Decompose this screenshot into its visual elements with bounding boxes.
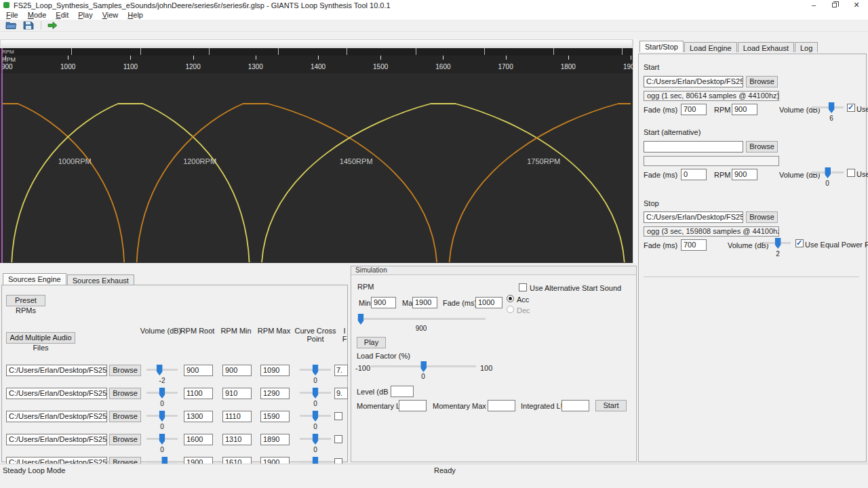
- stop-path-field[interactable]: C:/Users/Erlan/Desktop/FS25_Loop_Synt: [644, 211, 743, 223]
- start-alt-rpm-field[interactable]: 900: [732, 169, 757, 180]
- rpm-max-field[interactable]: 1090: [260, 365, 290, 376]
- stop-volume-slider[interactable]: [764, 238, 791, 249]
- rpm-root-field[interactable]: 1600: [184, 434, 213, 445]
- volume-slider[interactable]: [146, 388, 178, 399]
- save-file-icon[interactable]: [22, 21, 34, 30]
- browse-button[interactable]: Browse: [109, 388, 141, 399]
- tab-log[interactable]: Log: [795, 42, 818, 52]
- tab-sources-exhaust[interactable]: Sources Exhaust: [67, 274, 134, 285]
- source-path-field[interactable]: C:/Users/Erlan/Desktop/FS25_Loop_Synt: [6, 365, 107, 376]
- slider-thumb[interactable]: [775, 238, 781, 249]
- restore-button[interactable]: [825, 0, 845, 10]
- source-path-field[interactable]: C:/Users/Erlan/Desktop/FS25_Loop_Synt: [6, 434, 107, 445]
- momentary-lufs-field[interactable]: [399, 400, 427, 411]
- rpm-max-field[interactable]: 1290: [260, 388, 290, 399]
- menu-mode[interactable]: Mode: [24, 11, 53, 19]
- volume-slider[interactable]: [146, 365, 178, 375]
- slider-thumb[interactable]: [159, 388, 165, 399]
- use-alternative-start-sound-checkbox[interactable]: [519, 283, 527, 291]
- slider-thumb[interactable]: [420, 361, 427, 372]
- chart-horizontal-scrollbar[interactable]: [0, 39, 633, 47]
- start-path-field[interactable]: C:/Users/Erlan/Desktop/FS25_Loop_Synt: [644, 76, 743, 87]
- slider-thumb[interactable]: [159, 411, 165, 422]
- rpm-min-field[interactable]: 1110: [222, 411, 252, 422]
- start-alt-path-field[interactable]: [644, 141, 743, 152]
- start-volume-slider[interactable]: [812, 102, 844, 113]
- extra-checkbox[interactable]: [334, 435, 342, 443]
- menu-edit[interactable]: Edit: [52, 11, 75, 19]
- rpm-ruler[interactable]: RPM 900100011001200130014001500160017001…: [0, 56, 633, 73]
- menu-play[interactable]: Play: [75, 11, 98, 19]
- slider-thumb[interactable]: [313, 434, 319, 445]
- load-factor-slider[interactable]: [371, 361, 476, 372]
- tab-start-stop[interactable]: Start/Stop: [639, 41, 684, 52]
- add-multiple-audio-files-button[interactable]: Add Multiple Audio Files: [6, 332, 75, 344]
- menu-file[interactable]: File: [3, 11, 24, 19]
- tab-load-engine[interactable]: Load Engine: [684, 42, 737, 52]
- rpm-max-input[interactable]: 1900: [412, 297, 437, 308]
- play-button[interactable]: Play: [357, 337, 386, 348]
- start-alt-use-checkbox[interactable]: [847, 169, 855, 177]
- curve-cross-point-slider[interactable]: [300, 434, 331, 445]
- slider-thumb[interactable]: [358, 314, 364, 325]
- clipped-extra-field[interactable]: 7.: [334, 365, 348, 376]
- fade-input[interactable]: 1000: [475, 297, 502, 308]
- browse-button[interactable]: Browse: [109, 434, 141, 445]
- volume-slider[interactable]: [146, 434, 178, 445]
- tab-load-exhaust[interactable]: Load Exhaust: [738, 42, 794, 52]
- stop-browse-button[interactable]: Browse: [746, 211, 778, 223]
- rpm-overview-ruler[interactable]: RPM: [0, 48, 633, 56]
- acc-radio[interactable]: [507, 295, 514, 302]
- clipped-extra-field[interactable]: 9.: [334, 388, 348, 399]
- rpm-min-field[interactable]: 900: [222, 365, 252, 376]
- curve-cross-point-slider[interactable]: [300, 365, 331, 375]
- slider-thumb[interactable]: [157, 365, 163, 375]
- menu-view[interactable]: View: [99, 11, 125, 19]
- browse-button[interactable]: Browse: [109, 365, 141, 376]
- source-path-field[interactable]: C:/Users/Erlan/Desktop/FS25_Loop_Synt: [6, 411, 107, 422]
- open-file-icon[interactable]: [5, 21, 17, 30]
- rpm-root-field[interactable]: 1100: [184, 388, 213, 399]
- rpm-min-field[interactable]: 1310: [222, 434, 252, 445]
- minimize-button[interactable]: –: [804, 0, 824, 10]
- tab-sources-engine[interactable]: Sources Engine: [3, 273, 66, 285]
- start-rpm-field[interactable]: 900: [732, 104, 757, 115]
- integrated-lufs-field[interactable]: [561, 400, 589, 411]
- stop-fade-field[interactable]: 700: [681, 239, 707, 251]
- slider-thumb[interactable]: [313, 411, 319, 422]
- envelope-plot-canvas[interactable]: 1000RPM1200RPM1450RPM1750RPM: [0, 73, 633, 263]
- slider-thumb[interactable]: [825, 167, 831, 178]
- start-use-checkbox[interactable]: [847, 104, 855, 112]
- extra-checkbox[interactable]: [334, 412, 342, 420]
- export-play-icon[interactable]: [47, 21, 58, 30]
- start-alt-fade-field[interactable]: 0: [681, 169, 707, 180]
- close-button[interactable]: ✕: [846, 0, 867, 10]
- browse-button[interactable]: Browse: [109, 411, 141, 422]
- dec-radio[interactable]: [507, 306, 514, 313]
- slider-thumb[interactable]: [159, 434, 165, 445]
- chart-vertical-scrollbar[interactable]: [633, 39, 638, 263]
- slider-thumb[interactable]: [313, 388, 319, 399]
- start-fade-field[interactable]: 700: [681, 104, 707, 115]
- rpm-root-field[interactable]: 1300: [184, 411, 213, 422]
- preset-rpms-button[interactable]: Preset RPMs: [6, 295, 45, 306]
- volume-slider[interactable]: [146, 411, 178, 422]
- start-browse-button[interactable]: Browse: [746, 76, 778, 87]
- rpm-max-field[interactable]: 1590: [260, 411, 290, 422]
- rpm-simulation-slider[interactable]: [357, 314, 486, 325]
- start-alt-volume-slider[interactable]: [812, 167, 844, 178]
- curve-cross-point-slider[interactable]: [300, 388, 331, 399]
- menu-help[interactable]: Help: [124, 11, 149, 19]
- rpm-min-input[interactable]: 900: [371, 297, 396, 308]
- lufs-start-button[interactable]: Start: [595, 400, 627, 411]
- curve-cross-point-slider[interactable]: [300, 411, 331, 422]
- rpm-root-field[interactable]: 900: [184, 365, 213, 376]
- momentary-max-lufs-field[interactable]: [488, 400, 515, 411]
- rpm-max-field[interactable]: 1890: [260, 434, 290, 445]
- start-alt-browse-button[interactable]: Browse: [746, 141, 778, 152]
- use-equal-power-fade-checkbox[interactable]: [795, 239, 804, 247]
- source-path-field[interactable]: C:/Users/Erlan/Desktop/FS25_Loop_Synt: [6, 388, 107, 399]
- slider-thumb[interactable]: [829, 102, 835, 113]
- slider-thumb[interactable]: [313, 365, 319, 375]
- level-field[interactable]: [391, 386, 414, 397]
